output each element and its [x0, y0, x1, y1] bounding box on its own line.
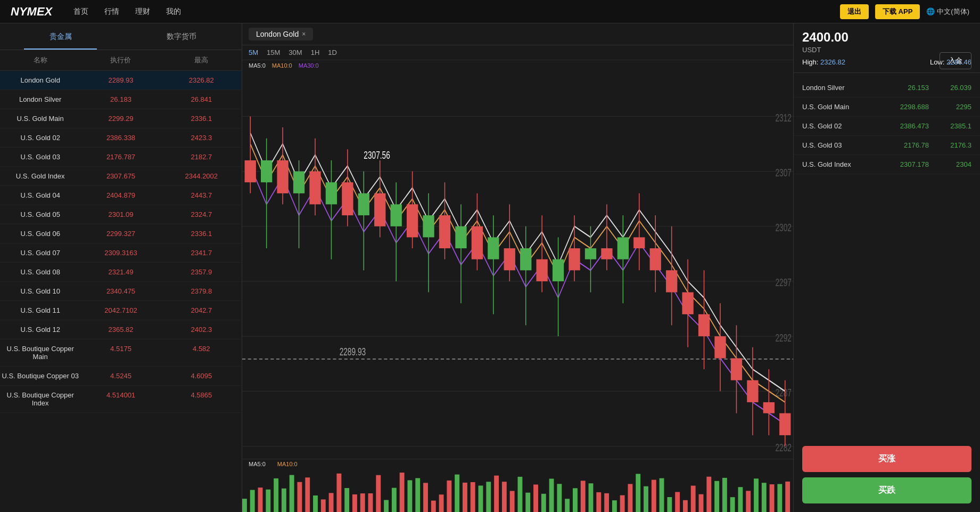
sidebar-list-item[interactable]: U.S. Gold Index 2307.675 2344.2002: [0, 167, 242, 186]
sidebar-list-item[interactable]: U.S. Gold 07 2309.3163 2341.7: [0, 243, 242, 263]
svg-rect-113: [463, 483, 467, 512]
language-switch[interactable]: 🌐 中文(简体): [926, 7, 969, 17]
sidebar-list-item[interactable]: U.S. Gold Main 2299.29 2336.1: [0, 109, 242, 128]
item-name: U.S. Gold 10: [0, 287, 80, 295]
time-interval-btn[interactable]: 1H: [311, 48, 320, 56]
sidebar-list-item[interactable]: U.S. Gold 10 2340.475 2379.8: [0, 282, 242, 301]
svg-rect-73: [698, 314, 710, 336]
svg-rect-126: [565, 499, 570, 512]
svg-rect-89: [274, 478, 278, 512]
item-high: 4.6095: [161, 372, 242, 380]
time-interval-bar: 5M15M30M1H1D: [242, 45, 793, 60]
svg-rect-27: [326, 182, 337, 204]
svg-rect-81: [763, 402, 775, 413]
svg-rect-69: [666, 270, 677, 292]
item-name: U.S. Gold 03: [0, 153, 80, 161]
sidebar-list-item[interactable]: U.S. Gold 05 2301.09 2324.7: [0, 205, 242, 224]
svg-rect-79: [747, 380, 758, 402]
right-asset-high: 2304: [940, 160, 971, 168]
svg-rect-129: [589, 483, 594, 512]
item-high: 2336.1: [161, 115, 242, 123]
item-high: 2324.7: [161, 210, 242, 218]
sidebar-list-item[interactable]: London Gold 2289.93 2326.82: [0, 71, 242, 90]
col-header-price: 执行价: [80, 55, 161, 65]
sidebar-list-item[interactable]: U.S. Gold 06 2299.327 2336.1: [0, 224, 242, 243]
svg-rect-77: [731, 358, 742, 380]
svg-rect-134: [628, 484, 633, 512]
chart-close-icon[interactable]: ×: [302, 30, 306, 38]
tab-crypto[interactable]: 数字货币: [121, 23, 242, 50]
right-asset-price: 2298.688: [900, 103, 929, 111]
tab-precious-metals[interactable]: 贵金属: [0, 23, 121, 50]
svg-rect-96: [329, 493, 334, 512]
sidebar-list-item[interactable]: U.S. Boutique Copper 03 4.5245 4.6095: [0, 367, 242, 386]
nav-mine[interactable]: 我的: [166, 7, 181, 17]
item-name: U.S. Boutique Copper 03: [0, 372, 80, 380]
sidebar-list-item[interactable]: U.S. Gold 03 2176.787 2182.7: [0, 148, 242, 167]
right-asset-item[interactable]: London Silver 26.153 26.039: [794, 78, 980, 97]
exit-button[interactable]: 退出: [840, 4, 869, 19]
svg-rect-114: [471, 482, 475, 512]
svg-rect-106: [408, 480, 413, 512]
item-price: 2042.7102: [80, 306, 161, 314]
nav-home[interactable]: 首页: [73, 7, 88, 17]
sidebar-list-item[interactable]: U.S. Gold 11 2042.7102 2042.7: [0, 301, 242, 320]
item-price: 2340.475: [80, 287, 161, 295]
svg-rect-124: [549, 478, 554, 512]
deposit-button[interactable]: 入金: [940, 52, 971, 69]
sidebar-column-headers: 名称 执行价 最高: [0, 50, 242, 71]
nav-finance[interactable]: 理财: [135, 7, 150, 17]
item-high: 2344.2002: [161, 172, 242, 180]
svg-rect-125: [557, 484, 562, 512]
sidebar-list-item[interactable]: U.S. Gold 12 2365.82 2402.3: [0, 320, 242, 339]
right-asset-item[interactable]: U.S. Gold 03 2176.78 2176.3: [794, 136, 980, 155]
time-interval-btn[interactable]: 5M: [249, 48, 258, 56]
item-name: U.S. Boutique Copper Main: [0, 345, 80, 361]
chart-symbol-label: London Gold: [256, 30, 299, 38]
svg-rect-71: [682, 292, 693, 314]
time-interval-btn[interactable]: 30M: [289, 48, 302, 56]
item-price: 2365.82: [80, 326, 161, 334]
nav-links: 首页 行情 理财 我的: [73, 7, 181, 17]
header: NYMEX 首页 行情 理财 我的 退出 下载 APP 🌐 中文(简体): [0, 0, 980, 23]
volume-ma-indicators: MA5:0MA10:0: [242, 459, 793, 469]
download-button[interactable]: 下载 APP: [875, 4, 920, 19]
svg-rect-117: [494, 476, 499, 512]
right-asset-item[interactable]: U.S. Gold Index 2307.178 2304: [794, 155, 980, 174]
item-name: U.S. Gold 04: [0, 191, 80, 199]
sidebar-list-item[interactable]: U.S. Boutique Copper Main 4.5175 4.582: [0, 339, 242, 367]
svg-rect-121: [525, 493, 530, 512]
svg-text:2297: 2297: [776, 276, 792, 289]
svg-rect-131: [604, 493, 609, 512]
lang-label: 中文(简体): [937, 7, 969, 17]
time-interval-btn[interactable]: 15M: [267, 48, 280, 56]
time-interval-btn[interactable]: 1D: [328, 48, 337, 56]
item-name: U.S. Boutique Copper Index: [0, 391, 80, 407]
chart-symbol-tab[interactable]: London Gold ×: [249, 28, 313, 40]
sidebar-list-item[interactable]: U.S. Gold 02 2386.338 2423.3: [0, 128, 242, 148]
item-high: 26.841: [161, 95, 242, 103]
item-high: 2326.82: [161, 76, 242, 84]
right-asset-item[interactable]: U.S. Gold 02 2386.473 2385.1: [794, 117, 980, 136]
right-asset-item[interactable]: U.S. Gold Main 2298.688 2295: [794, 97, 980, 117]
svg-rect-112: [455, 475, 459, 512]
sidebar-list-item[interactable]: U.S. Gold 04 2404.879 2443.7: [0, 186, 242, 205]
right-asset-high: 2176.3: [940, 141, 971, 149]
right-asset-high: 2385.1: [940, 122, 971, 130]
item-price: 2299.327: [80, 230, 161, 238]
nav-market[interactable]: 行情: [104, 7, 119, 17]
right-asset-price: 2176.78: [904, 141, 929, 149]
item-high: 2379.8: [161, 287, 242, 295]
candlestick-chart[interactable]: 22822287229222972302230723122289.932307.…: [242, 71, 793, 459]
svg-rect-90: [282, 489, 286, 512]
right-asset-high: 2295: [940, 103, 971, 111]
sidebar-list-item[interactable]: U.S. Boutique Copper Index 4.514001 4.58…: [0, 386, 242, 413]
svg-rect-142: [691, 486, 696, 512]
sidebar-list-item[interactable]: U.S. Gold 08 2321.49 2357.9: [0, 263, 242, 282]
sidebar-list-item[interactable]: London Silver 26.183 26.841: [0, 90, 242, 109]
item-price: 2386.338: [80, 134, 161, 142]
buy-rise-button[interactable]: 买涨: [802, 446, 971, 472]
buy-fall-button[interactable]: 买跌: [802, 477, 971, 503]
item-price: 2301.09: [80, 210, 161, 218]
svg-rect-111: [447, 481, 451, 512]
